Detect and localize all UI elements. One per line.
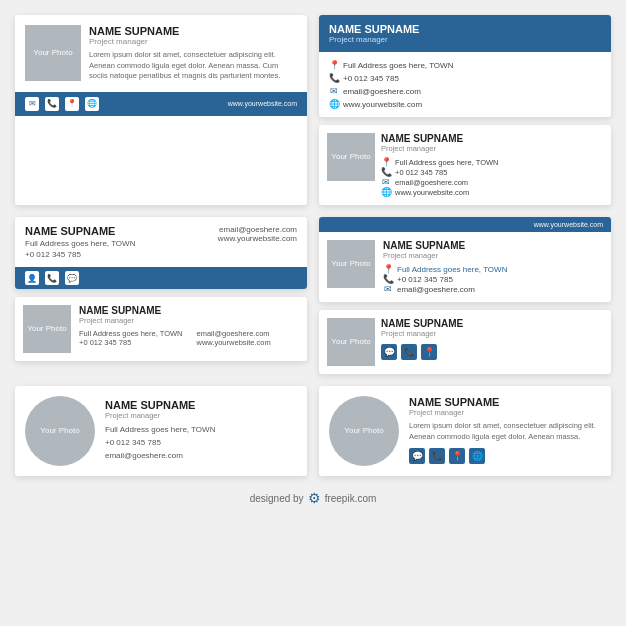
ph-row-6: 📞 +0 012 345 785: [383, 274, 603, 284]
email-4: email@goeshere.com: [218, 225, 297, 234]
website-5: www.yourwebsite.com: [197, 338, 271, 347]
card-8: Your Photo NAME SUPNAME Project manager …: [15, 386, 307, 476]
name-5: NAME SUPNAME: [79, 305, 299, 316]
name-4: NAME SUPNAME: [25, 225, 135, 237]
web-row-3: 🌐 www.yourwebsite.com: [381, 187, 603, 197]
photo-label-5: Your Photo: [27, 324, 66, 334]
card-7: Your Photo NAME SUPNAME Project manager …: [319, 310, 611, 374]
website-bar-6: www.yourwebsite.com: [319, 217, 611, 232]
photo-label-6: Your Photo: [331, 259, 370, 269]
email-5: email@goeshere.com: [197, 329, 271, 338]
email-6: email@goeshere.com: [397, 285, 475, 294]
address-3: Full Address goes here, TOWN: [395, 158, 499, 167]
loc-icon-3: 📍: [381, 157, 391, 167]
icon-chat-4: 💬: [65, 271, 79, 285]
photo-label-1: Your Photo: [33, 48, 72, 58]
phone-3: +0 012 345 785: [395, 168, 447, 177]
name-7: NAME SUPNAME: [381, 318, 603, 329]
title-1: Project manager: [89, 37, 297, 46]
address-5: Full Address goes here, TOWN: [79, 329, 183, 338]
email-icon-2: ✉: [329, 86, 339, 96]
em-icon-3: ✉: [381, 177, 391, 187]
phone-row-3: 📞 +0 012 345 785: [381, 167, 603, 177]
photo-box-1: Your Photo: [25, 25, 81, 81]
title-3: Project manager: [381, 144, 603, 153]
icon-msg-9: 💬: [409, 448, 425, 464]
icon-msg-7: 💬: [381, 344, 397, 360]
icon-globe-9: 🌐: [469, 448, 485, 464]
phone-8: +0 012 345 785: [105, 438, 161, 447]
website-2: www.yourwebsite.com: [343, 100, 422, 109]
icon-ph-9: 📞: [429, 448, 445, 464]
email-8: email@goeshere.com: [105, 451, 183, 460]
website-4: www.yourwebsite.com: [218, 234, 297, 243]
phone-icon-2: 📞: [329, 73, 339, 83]
name-2: NAME SUPNAME: [329, 23, 601, 35]
card-6: www.yourwebsite.com Your Photo NAME SUPN…: [319, 217, 611, 302]
photo-label-7: Your Photo: [331, 337, 370, 347]
title-6: Project manager: [383, 251, 603, 260]
photo-box-5: Your Photo: [23, 305, 71, 353]
icon-globe: 🌐: [85, 97, 99, 111]
footer-brand: freepik.com: [325, 493, 377, 504]
icon-message: ✉: [25, 97, 39, 111]
icon-ph-4: 📞: [45, 271, 59, 285]
address-8: Full Address goes here, TOWN: [105, 425, 215, 434]
photo-label-9: Your Photo: [344, 426, 383, 436]
ph-icon-3: 📞: [381, 167, 391, 177]
address-2: Full Address goes here, TOWN: [343, 61, 453, 70]
globe-icon-2: 🌐: [329, 99, 339, 109]
card-4: NAME SUPNAME Full Address goes here, TOW…: [15, 217, 307, 289]
email-3: email@goeshere.com: [395, 178, 468, 187]
icon-loc-9: 📍: [449, 448, 465, 464]
address-row-3: 📍 Full Address goes here, TOWN: [381, 157, 603, 167]
photo-box-7: Your Photo: [327, 318, 375, 366]
email-row-2: ✉ email@goeshere.com: [329, 86, 601, 96]
footer-text: designed by: [250, 493, 304, 504]
card-1: Your Photo NAME SUPNAME Project manager …: [15, 15, 307, 205]
ph-icon-6: 📞: [383, 274, 393, 284]
icon-loc-7: 📍: [421, 344, 437, 360]
icon-msg-4: 👤: [25, 271, 39, 285]
name-6: NAME SUPNAME: [383, 240, 603, 251]
phone-2: +0 012 345 785: [343, 74, 399, 83]
em-row-6: ✉ email@goeshere.com: [383, 284, 603, 294]
icon-phone: 📞: [45, 97, 59, 111]
title-5: Project manager: [79, 316, 299, 325]
phone-4: +0 012 345 785: [25, 250, 135, 259]
photo-label-3: Your Photo: [331, 152, 370, 162]
address-4: Full Address goes here, TOWN: [25, 239, 135, 248]
address-6: Full Address goes here, TOWN: [397, 265, 507, 274]
photo-box-6: Your Photo: [327, 240, 375, 288]
freepik-logo-icon: ⚙: [308, 490, 321, 506]
card-2: NAME SUPNAME Project manager 📍 Full Addr…: [319, 15, 611, 117]
website-1: www.yourwebsite.com: [228, 100, 297, 107]
name-3: NAME SUPNAME: [381, 133, 603, 144]
em-icon-6: ✉: [383, 284, 393, 294]
icon-ph-7: 📞: [401, 344, 417, 360]
email-row-3: ✉ email@goeshere.com: [381, 177, 603, 187]
address-row-2: 📍 Full Address goes here, TOWN: [329, 60, 601, 70]
name-9: NAME SUPNAME: [409, 396, 601, 408]
card-5: Your Photo NAME SUPNAME Project manager …: [15, 297, 307, 361]
card-3: Your Photo NAME SUPNAME Project manager …: [319, 125, 611, 205]
card-9: Your Photo NAME SUPNAME Project manager …: [319, 386, 611, 476]
desc-9: Lorem ipsum dolor sit amet, consectetuer…: [409, 421, 601, 442]
title-9: Project manager: [409, 408, 601, 417]
desc-1: Lorem ipsum dolor sit amet, consectetuer…: [89, 50, 297, 82]
addr-row-6: 📍 Full Address goes here, TOWN: [383, 264, 603, 274]
title-7: Project manager: [381, 329, 603, 338]
photo-box-8: Your Photo: [25, 396, 95, 466]
photo-box-3: Your Photo: [327, 133, 375, 181]
wb-icon-3: 🌐: [381, 187, 391, 197]
page-footer: designed by ⚙ freepik.com: [250, 490, 377, 506]
detail-8: Full Address goes here, TOWN +0 012 345 …: [105, 424, 297, 462]
phone-row-2: 📞 +0 012 345 785: [329, 73, 601, 83]
email-2: email@goeshere.com: [343, 87, 421, 96]
name-1: NAME SUPNAME: [89, 25, 297, 37]
phone-5: +0 012 345 785: [79, 338, 183, 347]
photo-box-9: Your Photo: [329, 396, 399, 466]
location-icon-2: 📍: [329, 60, 339, 70]
title-8: Project manager: [105, 411, 297, 420]
phone-6: +0 012 345 785: [397, 275, 453, 284]
